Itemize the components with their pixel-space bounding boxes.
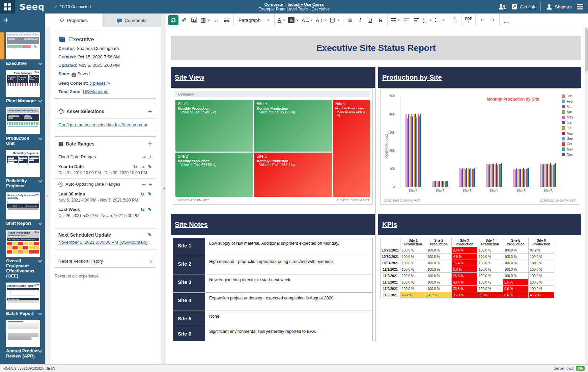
refresh-icon[interactable]: ↻ [141, 191, 145, 197]
sidebar-label-apr[interactable]: Annual Product Review (APR) [0, 347, 45, 358]
users-icon[interactable] [498, 3, 506, 10]
site-note-text[interactable]: High demand - production operators being… [205, 256, 372, 274]
edit-content-icon[interactable]: ✎ [107, 81, 111, 86]
site-note-text[interactable]: None [205, 311, 372, 326]
treemap-content[interactable]: Company Site 1 Monthly Production Value … [173, 88, 373, 205]
add-date-range-button[interactable]: + [148, 140, 152, 148]
production-chart[interactable]: Monthly Producti... Monthly Production b… [380, 88, 579, 205]
paragraph-style-select[interactable]: Paragraph [236, 15, 272, 25]
sidebar-label-batch-report[interactable]: Batch Report [0, 310, 45, 316]
scrollbar-thumb[interactable] [585, 28, 588, 72]
edit-icon[interactable]: ✎ [148, 207, 152, 212]
properties-collapse-handle[interactable]: « [161, 14, 166, 364]
site-note-text[interactable]: Low supply of raw material. Additional s… [205, 238, 372, 256]
chevron-down-icon[interactable] [38, 179, 42, 182]
step-to-end-icon[interactable]: ⇥ [141, 164, 145, 169]
font-color-button[interactable]: A [277, 15, 286, 25]
font-size-button[interactable]: A [301, 15, 314, 25]
sidebar-label-executive[interactable]: Executive [0, 59, 45, 66]
chevron-down-icon[interactable] [38, 221, 42, 225]
highlight-color-button[interactable]: A [287, 15, 300, 25]
thumbnail-plant-manager[interactable]: Seeq Plant Manager Producti on by Site P… [6, 70, 40, 97]
clear-formatting-button[interactable]: Tx [450, 15, 459, 25]
site-note-text[interactable]: Expansion project underway - expected co… [205, 293, 372, 311]
sidebar-label-shift-report[interactable]: Shift Report [0, 219, 45, 226]
page-break-button[interactable] [222, 15, 231, 25]
site-note-text[interactable]: New engineering director to start next w… [205, 274, 372, 292]
tab-comments[interactable]: Comments [103, 14, 161, 27]
recent-version-history-row[interactable]: Recent Version History › [54, 255, 156, 267]
insert-image-button[interactable] [189, 15, 199, 25]
page-border-button[interactable] [502, 15, 511, 25]
report-page[interactable]: Executive Site Status Report Site View C… [166, 27, 585, 364]
get-link-button[interactable]: Get link [511, 4, 535, 10]
insert-seeq-content-button[interactable]: Ω [168, 15, 178, 25]
tab-properties[interactable]: ⚙ Properties [45, 14, 103, 27]
user-menu[interactable]: Shamus [546, 4, 571, 10]
chevron-down-icon[interactable] [38, 259, 42, 262]
seeq-logo[interactable]: Seeq [20, 2, 45, 12]
numbered-list-button[interactable]: 1—2— [422, 15, 433, 25]
edit-icon[interactable]: ✎ [148, 164, 152, 169]
app-switcher-button[interactable] [0, 0, 15, 14]
timezone-link[interactable]: US/Mountain [83, 89, 108, 94]
bar-mar-site6 [543, 164, 544, 187]
sidebar-label-oee[interactable]: Overall Equipment Effectiveness (OEE) [0, 257, 45, 278]
hamburger-menu-icon[interactable] [577, 4, 583, 9]
strikethrough-button[interactable]: S [376, 15, 385, 25]
chevron-down-icon[interactable] [38, 311, 42, 315]
chevron-down-icon[interactable] [38, 99, 42, 102]
underline-button[interactable]: U [366, 15, 375, 25]
seeq-content-link[interactable]: 3 pieces [89, 81, 106, 86]
undo-button[interactable]: ↶ [478, 15, 487, 25]
next-update-link[interactable]: November 5, 2021 6:00:00 PM (US/Mountain… [58, 240, 147, 245]
redo-button[interactable]: ↷ [488, 15, 497, 25]
breadcrumb-corporate-link[interactable]: Corporate [264, 2, 283, 6]
edit-icon[interactable]: ✎ [148, 191, 152, 197]
insert-table-button[interactable]: ▦ [199, 15, 211, 25]
site-note-text[interactable]: Significant environmental spill yesterda… [205, 326, 372, 341]
align-button[interactable] [390, 15, 401, 25]
code-template-button[interactable] [329, 15, 341, 25]
full-width-button[interactable]: ↔ [212, 15, 221, 25]
sidebar-label-production-unit[interactable]: Production Unit [0, 134, 45, 146]
thumbnail-apr[interactable] [6, 320, 40, 347]
breadcrumb-industry-link[interactable]: Industry Use Cases [288, 2, 324, 6]
export-pdf-button[interactable]: PDF↓ [464, 15, 473, 25]
add-document-button[interactable]: + [0, 14, 45, 27]
step-to-end-icon[interactable]: ⇥ [142, 154, 146, 160]
insert-link-button[interactable] [179, 15, 189, 25]
site-notes-table[interactable]: Site 1Low supply of raw material. Additi… [173, 238, 373, 341]
configure-asset-selection-link[interactable]: Configure an asset selection for Seeq co… [58, 122, 147, 127]
thumbnail-shift-report[interactable]: Seeq Refinery Daily Operations Summary S… [6, 192, 40, 219]
indent-button[interactable] [412, 15, 421, 25]
add-fixed-range-icon[interactable]: + [149, 154, 152, 160]
refresh-icon[interactable]: ↻ [141, 207, 145, 212]
edit-schedule-icon[interactable]: ✎ [148, 232, 152, 238]
italic-button[interactable]: I [356, 15, 365, 25]
bar-feb-site6 [542, 165, 543, 187]
sidebar-label-reliability-engineer[interactable]: Reliability Engineer [0, 177, 45, 188]
thumbnail-reliability-engineer[interactable]: Reliability Engineer Unit/Site Maintenan… [6, 150, 40, 177]
bar-oct-site1 [418, 114, 419, 187]
outdent-button[interactable] [402, 15, 411, 25]
step-to-end-icon[interactable]: ⇥ [142, 182, 146, 187]
thumbnail-executive[interactable]: Executive Site Status Report Site View P… [6, 32, 40, 59]
chevron-down-icon[interactable] [38, 61, 42, 65]
add-auto-range-icon[interactable]: + [149, 182, 152, 187]
thumbnail-oee[interactable]: Seeq Plant Production Effectiveness Tree… [6, 230, 40, 257]
thumbnail-production-unit[interactable]: Production Daily Meeting Unit Monitoring… [6, 107, 40, 134]
text-transform-button[interactable]: A↕ [315, 15, 328, 25]
chevron-down-icon[interactable] [38, 349, 42, 352]
revert-link[interactable]: Revert to old experience [55, 274, 99, 278]
document-scrollbar[interactable] [585, 27, 588, 364]
chevron-down-icon[interactable] [38, 136, 42, 140]
bullet-list-button[interactable]: •—•— [434, 15, 446, 25]
bar-jun-site2 [439, 181, 440, 187]
refresh-icon[interactable]: ↻ [133, 164, 137, 169]
sidebar-collapse-handle[interactable]: « [45, 27, 50, 364]
add-asset-selection-button[interactable]: + [148, 108, 152, 115]
bold-button[interactable]: B [345, 15, 355, 25]
thumbnail-batch-report[interactable]: Seeq Example Batch Report Raw Materials [6, 283, 40, 310]
sidebar-label-plant-manager[interactable]: Plant Manager [0, 97, 45, 103]
